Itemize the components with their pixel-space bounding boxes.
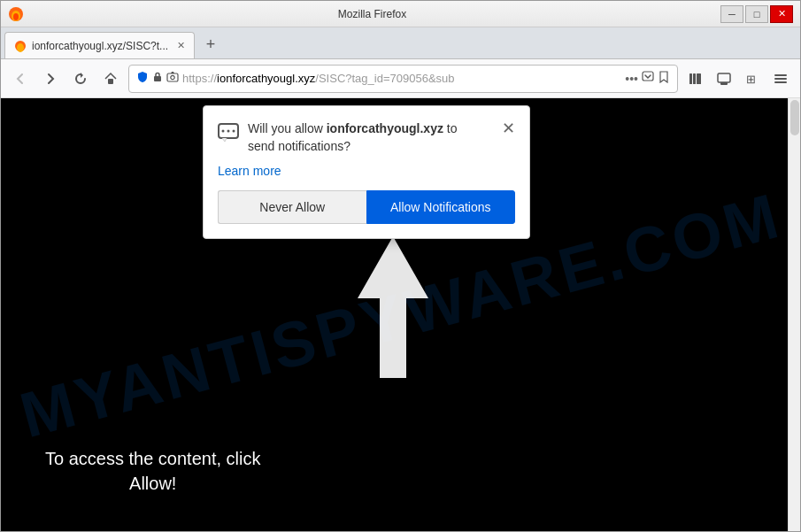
page-content: MYANTISPYWARE.COM To access the content,… [1,98,800,531]
firefox-icon [8,6,24,22]
svg-rect-7 [154,76,161,81]
svg-rect-14 [718,73,730,82]
svg-rect-8 [167,73,178,81]
allow-notifications-button[interactable]: Allow Notifications [366,190,516,224]
never-allow-button[interactable]: Never Allow [218,190,366,224]
svg-point-4 [17,43,24,52]
maximize-button[interactable]: □ [745,5,768,23]
url-host: ionforcathyougl.xyz [217,72,315,85]
toolbar-right: ⊞ [683,66,793,91]
popup-header: Will you allow ionforcathyougl.xyz tosen… [218,120,515,155]
url-scheme: https:// [182,72,217,85]
svg-rect-10 [643,72,653,81]
svg-rect-18 [774,78,787,80]
url-text: https://ionforcathyougl.xyz/SISC?tag_id=… [182,72,621,85]
library-icon[interactable] [683,66,708,91]
reload-button[interactable] [68,66,93,91]
svg-marker-20 [358,236,428,378]
popup-buttons: Never Allow Allow Notifications [218,190,515,224]
svg-point-2 [13,13,19,20]
menu-button[interactable] [768,66,793,91]
svg-rect-13 [697,73,701,84]
scrollbar-thumb[interactable] [790,100,799,135]
popup-icon-text: Will you allow ionforcathyougl.xyz tosen… [218,120,458,155]
active-tab[interactable]: ionforcathyougl.xyz/SISC?t... ✕ [4,32,195,58]
arrow-indicator [353,227,433,387]
learn-more-link[interactable]: Learn more [218,164,515,178]
titlebar-controls: ─ □ ✕ [720,5,793,23]
browser-window: Mozilla Firefox ─ □ ✕ ionforcathyougl.xy… [0,0,801,532]
pocket-icon [642,71,654,86]
navbar: https://ionforcathyougl.xyz/SISC?tag_id=… [1,59,800,98]
svg-point-22 [222,130,225,133]
tab-close-button[interactable]: ✕ [177,40,185,51]
synced-tabs-icon[interactable] [712,66,736,91]
svg-rect-11 [689,73,692,84]
home-button[interactable] [98,66,123,91]
bottom-text-line1: To access the content, click [45,449,260,468]
window-title: Mozilla Firefox [24,8,720,20]
url-more-button[interactable]: ••• [625,72,638,86]
svg-rect-19 [774,81,787,83]
bottom-text: To access the content, click Allow! [45,446,260,496]
notification-popup: Will you allow ionforcathyougl.xyz tosen… [203,105,530,239]
camera-icon [166,71,179,86]
svg-point-24 [233,130,235,133]
svg-point-23 [227,130,230,133]
bookmark-icon[interactable] [658,71,670,86]
scrollbar[interactable] [788,98,800,531]
forward-button[interactable] [38,66,63,91]
tabbar: ionforcathyougl.xyz/SISC?t... ✕ + [1,27,800,59]
minimize-button[interactable]: ─ [720,5,743,23]
url-path: /SISC?tag_id=709056&sub [315,72,454,85]
arrow-svg [353,227,433,387]
chat-icon [218,122,239,149]
tab-title: ionforcathyougl.xyz/SISC?t... [32,40,168,52]
back-button[interactable] [8,66,33,91]
svg-point-9 [171,75,174,79]
new-tab-button[interactable]: + [198,32,223,57]
svg-marker-5 [81,73,83,78]
svg-rect-12 [693,73,696,84]
close-button[interactable]: ✕ [770,5,793,23]
popup-message: Will you allow ionforcathyougl.xyz tosen… [248,121,458,153]
svg-rect-17 [774,74,787,76]
svg-rect-15 [720,82,728,85]
popup-site-name: ionforcathyougl.xyz [327,121,443,135]
svg-rect-6 [108,79,113,84]
extensions-icon[interactable]: ⊞ [740,66,765,91]
url-bar[interactable]: https://ionforcathyougl.xyz/SISC?tag_id=… [128,65,678,93]
lock-icon [152,72,163,85]
shield-icon [136,71,149,86]
bottom-text-line2: Allow! [129,474,176,493]
popup-close-button[interactable]: ✕ [502,120,515,136]
titlebar: Mozilla Firefox ─ □ ✕ [1,1,800,27]
titlebar-left [8,6,24,22]
popup-text: Will you allow ionforcathyougl.xyz tosen… [248,120,458,155]
tab-favicon [14,40,27,52]
svg-text:⊞: ⊞ [746,73,756,86]
